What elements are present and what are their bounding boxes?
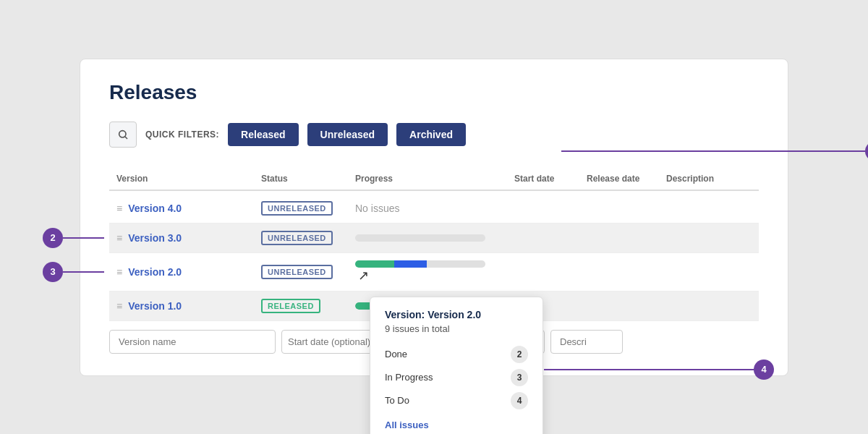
unreleased-filter-button[interactable]: Unreleased: [307, 123, 388, 146]
status-cell-v3: UNRELEASED: [261, 231, 355, 245]
all-issues-link[interactable]: All issues: [385, 420, 528, 430]
search-box[interactable]: [109, 122, 137, 148]
cursor-icon: ↗: [358, 268, 369, 283]
drag-handle-icon[interactable]: ≡: [116, 203, 122, 214]
progress-cell-v2: ↗: [355, 260, 514, 284]
releases-panel: Releases QUICK FILTERS: Released Unrelea…: [80, 59, 788, 376]
progress-fill-empty-v2: [427, 260, 485, 268]
drag-handle-icon[interactable]: ≡: [116, 266, 122, 278]
status-badge-v1: RELEASED: [261, 299, 320, 313]
tooltip-todo-count: 4: [511, 392, 528, 409]
table-row: 2 ≡ Version 3.0 UNRELEASED: [109, 224, 759, 253]
col-status: Status: [261, 174, 355, 184]
tooltip-todo-label: To Do: [385, 395, 409, 406]
quick-filters-label: QUICK FILTERS:: [145, 129, 219, 140]
status-cell-v1: RELEASED: [261, 299, 355, 313]
no-issues-text: No issues: [355, 203, 399, 214]
progress-fill-blue-v2: [394, 260, 427, 268]
tooltip-row-done: Done 2: [385, 343, 528, 366]
annotation-4: 4: [544, 359, 774, 380]
search-icon: [117, 129, 129, 140]
tooltip-row-inprogress: In Progress 3: [385, 366, 528, 389]
progress-bar-v3: [355, 234, 485, 242]
progress-cell-v4: No issues: [355, 202, 514, 215]
col-description: Description: [666, 174, 752, 184]
version-link-v2[interactable]: Version 2.0: [128, 266, 182, 278]
table-header: Version Status Progress Start date Relea…: [109, 168, 759, 191]
col-progress: Progress: [355, 174, 514, 184]
released-filter-button[interactable]: Released: [228, 123, 298, 146]
svg-point-0: [119, 130, 126, 137]
drag-handle-icon[interactable]: ≡: [116, 300, 122, 312]
progress-bar-v2: [355, 260, 485, 268]
annotation-circle-1: 1: [865, 141, 868, 161]
annotation-1: 1: [561, 141, 868, 161]
tooltip-inprogress-count: 3: [511, 369, 528, 386]
annotation-circle-3: 3: [43, 262, 63, 282]
col-start-date: Start date: [514, 174, 587, 184]
drag-handle-icon[interactable]: ≡: [116, 232, 122, 244]
status-badge-v2: UNRELEASED: [261, 265, 333, 279]
page-title: Releases: [109, 81, 759, 104]
table-row: 3 ≡ Version 2.0 UNRELEASED ↗: [109, 253, 759, 292]
progress-cell-v3: [355, 234, 514, 242]
version-link-v1[interactable]: Version 1.0: [128, 300, 182, 312]
version-tooltip: Version: Version 2.0 9 issues in total D…: [370, 297, 543, 435]
annotation-3: 3: [43, 262, 104, 282]
annotation-circle-2: 2: [43, 228, 63, 248]
tooltip-inprogress-label: In Progress: [385, 372, 433, 383]
version-link-v4[interactable]: Version 4.0: [128, 203, 182, 214]
version-name-input[interactable]: [109, 330, 276, 354]
tooltip-done-count: 2: [511, 346, 528, 363]
status-cell-v4: UNRELEASED: [261, 201, 355, 216]
annotation-2: 2: [43, 228, 104, 248]
status-cell-v2: UNRELEASED: [261, 265, 355, 279]
tooltip-title: Version: Version 2.0: [385, 309, 528, 320]
version-cell-v3: ≡ Version 3.0: [116, 232, 261, 244]
tooltip-row-todo: To Do 4: [385, 389, 528, 412]
version-link-v3[interactable]: Version 3.0: [128, 232, 182, 244]
status-badge-v4: UNRELEASED: [261, 201, 333, 216]
status-badge-v3: UNRELEASED: [261, 231, 333, 245]
col-release-date: Release date: [587, 174, 666, 184]
annotation-circle-4: 4: [754, 359, 774, 380]
version-cell-v4: ≡ Version 4.0: [116, 203, 261, 214]
table-row: ≡ Version 4.0 UNRELEASED No issues: [109, 194, 759, 224]
svg-line-1: [125, 137, 127, 139]
tooltip-subtitle: 9 issues in total: [385, 323, 528, 334]
version-cell-v1: ≡ Version 1.0: [116, 300, 261, 312]
desc-input[interactable]: [550, 330, 623, 354]
col-version: Version: [116, 174, 261, 184]
archived-filter-button[interactable]: Archived: [396, 123, 466, 146]
tooltip-done-label: Done: [385, 349, 407, 359]
releases-table: Version Status Progress Start date Relea…: [109, 168, 759, 321]
version-cell-v2: ≡ Version 2.0: [116, 266, 261, 278]
progress-fill-green-v2: [355, 260, 394, 268]
